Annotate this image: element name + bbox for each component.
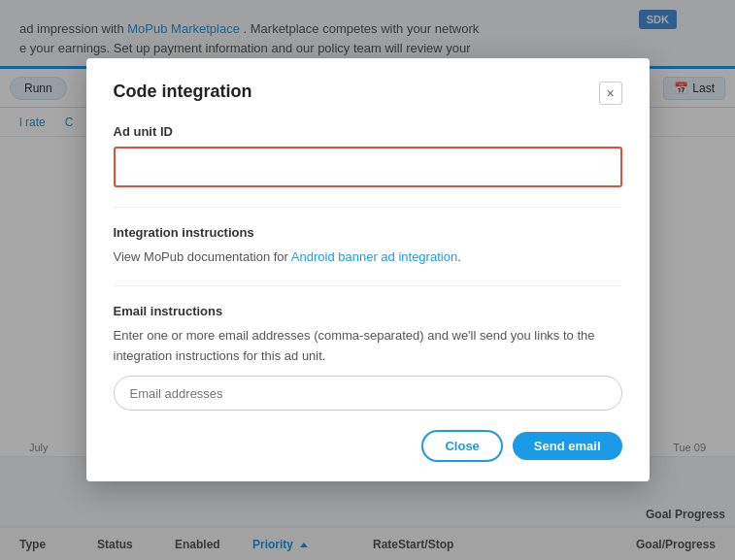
code-integration-modal: Code integration × Ad unit ID Integratio… bbox=[86, 58, 650, 481]
android-integration-link[interactable]: Android banner ad integration bbox=[291, 249, 457, 264]
integration-text-after: . bbox=[457, 249, 461, 264]
modal-close-icon-button[interactable]: × bbox=[599, 82, 622, 105]
send-email-button[interactable]: Send email bbox=[513, 432, 622, 460]
divider-2 bbox=[114, 285, 622, 286]
email-addresses-input[interactable] bbox=[114, 376, 622, 411]
ad-unit-input-wrapper bbox=[114, 147, 622, 187]
modal-footer: Close Send email bbox=[114, 430, 622, 462]
ad-unit-label: Ad unit ID bbox=[114, 124, 622, 139]
integration-label: Integration instructions bbox=[114, 225, 622, 240]
integration-description: View MoPub documentation for Android ban… bbox=[114, 247, 622, 268]
integration-text-before: View MoPub documentation for bbox=[114, 249, 291, 264]
email-description: Enter one or more email addresses (comma… bbox=[114, 326, 622, 367]
divider-1 bbox=[114, 207, 622, 208]
close-button[interactable]: Close bbox=[421, 430, 502, 462]
close-x-icon: × bbox=[606, 85, 614, 101]
modal-header: Code integration × bbox=[114, 82, 622, 105]
email-section-label: Email instructions bbox=[114, 304, 622, 318]
modal-title: Code integration bbox=[114, 82, 252, 102]
ad-unit-input[interactable] bbox=[117, 150, 618, 183]
